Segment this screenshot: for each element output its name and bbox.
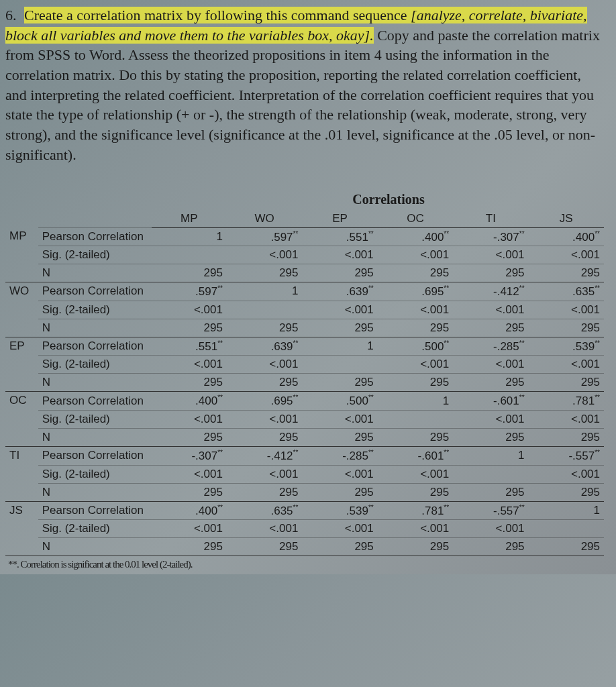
cell-value: 295: [529, 429, 604, 447]
col-header: EP: [302, 210, 377, 228]
var-label: EP: [5, 337, 38, 356]
cell-value: <.001: [227, 246, 302, 264]
cell-value: <.001: [378, 465, 453, 483]
var-label: WO: [5, 282, 38, 301]
cell-value: <.001: [152, 465, 227, 483]
cell-value: [529, 520, 604, 538]
cell-value: -.307**: [152, 447, 227, 466]
cell-value: <.001: [227, 356, 302, 374]
cell-value: 295: [453, 483, 528, 501]
stat-label: Sig. (2-tailed): [38, 356, 152, 374]
cell-value: 1: [453, 447, 528, 466]
stat-label: Pearson Correlation: [38, 501, 152, 520]
stat-label: Sig. (2-tailed): [38, 465, 152, 483]
cell-value: 295: [529, 374, 604, 392]
cell-value: 295: [227, 319, 302, 337]
cell-value: .635**: [529, 282, 604, 301]
table-row: N295295295295295295: [5, 319, 604, 337]
stat-label: Pearson Correlation: [38, 337, 152, 356]
cell-value: 1: [378, 392, 453, 411]
cell-value: .695**: [378, 282, 453, 301]
table-row: N295295295295295295: [5, 374, 604, 392]
cell-value: .400**: [378, 227, 453, 246]
cell-value: <.001: [152, 356, 227, 374]
cell-value: 295: [227, 429, 302, 447]
stat-label: Pearson Correlation: [38, 447, 152, 466]
cell-value: 295: [378, 538, 453, 556]
cell-value: <.001: [152, 520, 227, 538]
cell-value: .781**: [378, 501, 453, 520]
var-label: [5, 246, 38, 264]
cell-value: <.001: [378, 301, 453, 319]
cell-value: 295: [453, 264, 528, 282]
cell-value: -.557**: [453, 501, 528, 520]
cell-value: 1: [529, 501, 604, 520]
var-label: [5, 520, 38, 538]
cell-value: 295: [529, 264, 604, 282]
table-title: Correlations: [173, 192, 604, 207]
stat-label: Pearson Correlation: [38, 392, 152, 411]
var-label: TI: [5, 447, 38, 466]
table-row: Sig. (2-tailed)<.001<.001<.001<.001<.001: [5, 301, 604, 319]
cell-value: -.285**: [453, 337, 528, 356]
cell-value: <.001: [378, 520, 453, 538]
cell-value: .695**: [227, 392, 302, 411]
cell-value: <.001: [152, 411, 227, 429]
cell-value: 295: [453, 374, 528, 392]
cell-value: 1: [152, 227, 227, 246]
correlation-table: MP WO EP OC TI JS MPPearson Correlation1…: [5, 210, 604, 557]
cell-value: 295: [152, 319, 227, 337]
var-label: [5, 301, 38, 319]
cell-value: 295: [152, 264, 227, 282]
col-header: MP: [152, 210, 227, 228]
cell-value: -.285**: [302, 447, 377, 466]
stat-label: Pearson Correlation: [38, 282, 152, 301]
question-body: Copy and paste the correlation matrix fr…: [5, 27, 600, 163]
table-row: JSPearson Correlation.400**.635**.539**.…: [5, 501, 604, 520]
cell-value: 295: [453, 429, 528, 447]
cell-value: .597**: [227, 227, 302, 246]
cell-value: -.601**: [378, 447, 453, 466]
cell-value: <.001: [453, 520, 528, 538]
cell-value: <.001: [529, 356, 604, 374]
cell-value: 295: [227, 374, 302, 392]
table-row: WOPearson Correlation.597**1.639**.695**…: [5, 282, 604, 301]
var-label: JS: [5, 501, 38, 520]
table-row: Sig. (2-tailed)<.001<.001<.001<.001<.001: [5, 411, 604, 429]
cell-value: 295: [378, 483, 453, 501]
cell-value: -.412**: [227, 447, 302, 466]
cell-value: <.001: [227, 411, 302, 429]
table-row: N295295295295295295: [5, 429, 604, 447]
table-row: N295295295295295295: [5, 264, 604, 282]
col-header: TI: [453, 210, 528, 228]
cell-value: .539**: [302, 501, 377, 520]
stat-label: Sig. (2-tailed): [38, 411, 152, 429]
cell-value: .551**: [152, 337, 227, 356]
cell-value: <.001: [378, 356, 453, 374]
stat-label: N: [38, 264, 152, 282]
question-highlight-1: Create a correlation matrix by following…: [24, 7, 411, 23]
var-label: MP: [5, 227, 38, 246]
cell-value: 1: [227, 282, 302, 301]
cell-value: [152, 246, 227, 264]
cell-value: <.001: [302, 465, 377, 483]
cell-value: <.001: [529, 301, 604, 319]
table-row: N295295295295295295: [5, 538, 604, 556]
cell-value: 295: [529, 483, 604, 501]
cell-value: <.001: [152, 301, 227, 319]
cell-value: <.001: [529, 465, 604, 483]
stat-label: N: [38, 429, 152, 447]
cell-value: <.001: [529, 246, 604, 264]
cell-value: 295: [302, 429, 377, 447]
cell-value: 295: [378, 429, 453, 447]
var-label: OC: [5, 392, 38, 411]
stat-label: N: [38, 374, 152, 392]
cell-value: [453, 465, 528, 483]
var-label: [5, 429, 38, 447]
table-row: Sig. (2-tailed)<.001<.001<.001<.001<.001: [5, 246, 604, 264]
cell-value: 295: [302, 538, 377, 556]
stat-label: N: [38, 483, 152, 501]
cell-value: [302, 356, 377, 374]
cell-value: 295: [529, 319, 604, 337]
cell-value: .500**: [302, 392, 377, 411]
